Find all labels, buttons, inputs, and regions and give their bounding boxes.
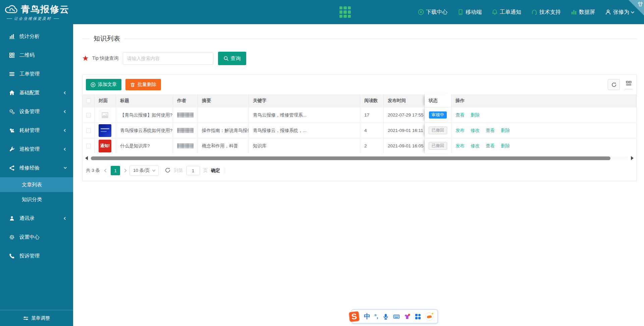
nav-tech-support[interactable]: 技术支持 xyxy=(531,9,561,16)
status-badge: 已撤回 xyxy=(429,127,447,134)
column-settings-button[interactable] xyxy=(625,80,633,89)
page-1-button[interactable]: 1 xyxy=(111,166,120,175)
emoji-icon[interactable]: ✦ xyxy=(425,313,433,321)
list-icon xyxy=(9,71,15,77)
scrollbar-thumb[interactable] xyxy=(91,156,610,160)
sidebar-item-statistics[interactable]: 统计分析 xyxy=(0,27,73,46)
scroll-left-arrow[interactable] xyxy=(85,156,88,160)
article-summary xyxy=(198,107,249,123)
add-article-button[interactable]: 添加文章 xyxy=(86,79,121,90)
status-badge: 已撤回 xyxy=(429,142,447,150)
search-icon xyxy=(223,56,229,61)
sidebar-item-qrcode[interactable]: 二维码 xyxy=(0,46,73,64)
app-title: 青鸟报修云 xyxy=(21,3,69,15)
page-title-row: 知识列表 xyxy=(82,34,637,43)
pagination-total: 共 3 条 xyxy=(86,168,100,174)
author-redacted xyxy=(177,143,194,148)
view-link[interactable]: 查看 xyxy=(486,128,495,134)
author-redacted xyxy=(177,112,194,118)
jump-page-input[interactable] xyxy=(186,166,200,175)
scrollbar-track[interactable] xyxy=(90,156,629,160)
sogou-logo[interactable]: S xyxy=(348,310,360,323)
table-row: 【青鸟云报修】如何使用? 青鸟云报修，维修管理系... 17 2022-07-2… xyxy=(83,107,636,123)
col-header-title: 标题 xyxy=(116,94,173,107)
skin-icon[interactable] xyxy=(404,313,411,320)
publish-link[interactable]: 发布 xyxy=(455,128,465,134)
edit-link[interactable]: 修改 xyxy=(471,128,480,134)
table-toolbar: 添加文章 批量删除 xyxy=(83,75,636,94)
row-checkbox[interactable] xyxy=(86,113,91,118)
home-icon xyxy=(9,90,15,96)
contact-icon xyxy=(9,216,15,221)
article-reads: 2 xyxy=(360,138,384,153)
knowledge-table: 封面 标题 作者 摘要 关键字 阅读数 发布时间 状态 操作 xyxy=(83,94,636,153)
jump-prefix: 到第 xyxy=(174,168,183,174)
search-input[interactable] xyxy=(123,52,213,65)
delete-link[interactable]: 删除 xyxy=(501,128,510,134)
scroll-right-arrow[interactable] xyxy=(631,156,634,160)
table-header-row: 封面 标题 作者 摘要 关键字 阅读数 发布时间 状态 操作 xyxy=(83,94,636,107)
bell-icon xyxy=(492,9,498,15)
chinese-mode-icon[interactable]: 中 xyxy=(364,312,370,321)
punctuation-icon[interactable]: °, xyxy=(374,313,378,320)
status-badge: 审核中 xyxy=(429,111,447,119)
next-page-button[interactable] xyxy=(123,169,126,172)
cloud-logo-icon xyxy=(5,4,18,14)
keyboard-icon[interactable] xyxy=(393,313,400,320)
sidebar-item-complaints[interactable]: 投诉管理 xyxy=(0,246,73,265)
publish-link[interactable]: 发布 xyxy=(455,143,465,149)
sidebar-item-basic-config[interactable]: 基础配置 xyxy=(0,83,73,102)
mobile-icon xyxy=(458,9,464,15)
page-size-select[interactable]: 10 条/页 xyxy=(129,166,159,176)
article-title: 【青鸟云报修】如何使用? xyxy=(116,107,173,123)
sidebar-item-settings[interactable]: 设置中心 xyxy=(0,228,73,246)
gear-icon xyxy=(9,234,15,240)
toolbox-icon[interactable] xyxy=(415,313,421,320)
article-summary: 操作指南：解说青鸟报修... xyxy=(198,123,249,138)
select-all-checkbox[interactable] xyxy=(86,98,91,103)
edit-link[interactable]: 修改 xyxy=(471,143,480,149)
col-header-status: 状态 xyxy=(425,94,451,107)
app-logo: 青鸟报修云 让企业维保更及时 xyxy=(0,3,73,21)
consumables-icon xyxy=(9,128,15,133)
article-reads: 17 xyxy=(360,107,384,123)
sidebar-item-repair-experience[interactable]: 维修经验 xyxy=(0,158,73,177)
mic-icon[interactable] xyxy=(382,313,389,320)
cover-thumbnail: 通知! xyxy=(99,140,111,152)
table-row: 通知! 什么是知识库? 概念和作用，科普 知识库 2 2021-09-01 16… xyxy=(83,138,636,153)
user-name: 张修为 xyxy=(613,9,629,16)
prev-page-button[interactable] xyxy=(104,169,108,172)
nav-mobile[interactable]: 移动端 xyxy=(458,9,482,16)
columns-icon xyxy=(626,81,632,86)
refresh-button[interactable] xyxy=(608,79,620,90)
nav-order-notify[interactable]: 工单通知 xyxy=(492,9,521,16)
star-icon: ★ xyxy=(82,55,89,62)
sidebar-menu-adjust[interactable]: 菜单调整 xyxy=(0,310,73,326)
nav-download-center[interactable]: 下载中心 xyxy=(418,9,447,16)
sidebar-item-workorders[interactable]: 工单管理 xyxy=(0,64,73,83)
sidebar-item-contacts[interactable]: 通讯录 xyxy=(0,209,73,228)
batch-delete-button[interactable]: 批量删除 xyxy=(125,79,161,90)
apps-grid-icon[interactable] xyxy=(339,6,351,18)
sidebar-item-consumables[interactable]: 耗材管理 xyxy=(0,121,73,140)
table-row: 青鸟报修云系统如何使用? 操作指南：解说青鸟报修... 青鸟报修云，报修系统，.… xyxy=(83,123,636,138)
quick-search-tip: Tip 快捷查询 xyxy=(92,55,119,61)
sidebar-item-inspection[interactable]: 巡检管理 xyxy=(0,140,73,158)
gears-icon xyxy=(9,109,15,114)
nav-data-screen[interactable]: 数据屏 xyxy=(571,9,595,16)
confirm-button[interactable]: 确定 xyxy=(211,168,225,174)
row-checkbox[interactable] xyxy=(86,144,91,148)
sidebar-subitem-knowledge-category[interactable]: 知识分类 xyxy=(0,192,73,207)
delete-link[interactable]: 删除 xyxy=(471,112,480,118)
corner-skin-ribbon[interactable] xyxy=(629,0,644,15)
sidebar-subitem-article-list[interactable]: 文章列表 xyxy=(0,177,73,192)
pagination-refresh-button[interactable] xyxy=(165,167,171,174)
delete-link[interactable]: 删除 xyxy=(501,143,510,149)
col-header-actions: 操作 xyxy=(451,94,636,107)
view-link[interactable]: 查看 xyxy=(455,112,465,118)
row-checkbox[interactable] xyxy=(86,128,91,133)
search-button[interactable]: 查询 xyxy=(218,52,246,65)
sidebar-item-devices[interactable]: 设备管理 xyxy=(0,102,73,121)
view-link[interactable]: 查看 xyxy=(486,143,495,149)
bar-chart-icon xyxy=(9,34,15,39)
